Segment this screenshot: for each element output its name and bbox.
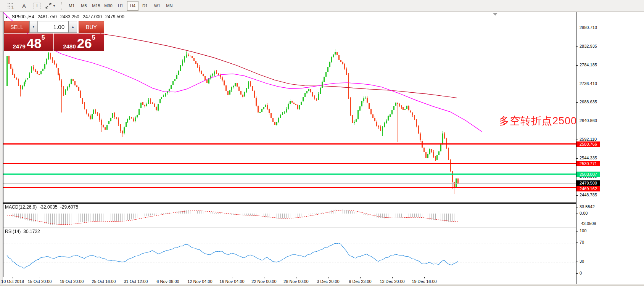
ohlc-close: 2479.500 [105, 14, 124, 19]
text-annotation-tool-button[interactable]: A [18, 1, 31, 11]
price-axis[interactable]: 2880.7102832.9352784.1852736.4102688.635… [576, 12, 644, 284]
ohlc-high: 2483.250 [60, 14, 79, 19]
rsi-axis-label: 30 [580, 259, 584, 264]
price-tick [576, 140, 578, 140]
pane-divider[interactable] [3, 228, 576, 228]
hline-2530.771[interactable] [3, 163, 576, 164]
toolbar-grip[interactable] [2, 2, 3, 10]
current-price-line [3, 183, 576, 184]
pane-divider[interactable] [3, 202, 576, 203]
time-tick [264, 277, 264, 278]
timeframe-button-m30[interactable]: M30 [103, 1, 114, 11]
buy-price-display[interactable]: 2480 26 5 [54, 34, 104, 51]
chart-header: ▲ SP500-,H4 2481.750 2483.250 2477.000 2… [5, 14, 124, 19]
price-tick-label: 2880.710 [580, 25, 597, 30]
timeframe-button-mn[interactable]: MN [164, 1, 175, 11]
price-badge-2503.007: 2503.007 [576, 172, 600, 177]
time-label: 15 Oct 20:00 [28, 279, 52, 284]
window-bottom-strip [0, 284, 644, 286]
macd-indicator-chart[interactable] [3, 204, 576, 227]
macd-axis-label: -43.0509 [580, 221, 596, 226]
arrow-objects-icon [45, 2, 52, 9]
one-click-trading-panel: SELL ▼ ▲ BUY 2479 48 5 2480 26 5 [4, 21, 104, 51]
time-label: 16 Nov 04:00 [219, 279, 244, 284]
pane-divider[interactable] [3, 227, 576, 227]
text-annotation-icon: A [22, 3, 26, 9]
price-tick [576, 84, 578, 84]
time-label: 28 Nov 00:00 [283, 279, 308, 284]
hline-2503.007[interactable] [3, 174, 576, 175]
timeframe-button-m15[interactable]: M15 [90, 1, 102, 11]
timeframe-button-d1[interactable]: D1 [139, 1, 151, 11]
hline-2469.162[interactable] [3, 187, 576, 188]
ohlc-open: 2481.750 [38, 14, 57, 19]
time-tick [328, 277, 328, 278]
macd-axis-tick [576, 214, 578, 214]
rsi-axis-label: 0 [580, 271, 582, 275]
sell-button[interactable]: SELL [4, 21, 29, 33]
timeframe-button-m1[interactable]: M1 [66, 1, 77, 11]
time-axis[interactable]: 10 Oct 201815 Oct 20:0019 Oct 20:0025 Oc… [3, 277, 576, 284]
macd-main-value: -32.0035 [39, 204, 57, 210]
toolbar-grip[interactable] [61, 2, 63, 10]
rsi-axis-label: 70 [580, 240, 584, 244]
macd-label-row: MACD(12,26,9) -32.0035 -29.6075 [5, 204, 78, 210]
time-tick [424, 277, 425, 278]
time-label: 13 Dec 20:00 [380, 279, 404, 284]
price-tick [576, 158, 578, 159]
price-badge-2469.162: 2469.162 [576, 186, 600, 191]
time-tick [360, 277, 361, 278]
macd-axis-tick [576, 207, 578, 207]
rsi-value: 30.1722 [23, 229, 40, 234]
chevron-down-icon: ▼ [53, 4, 56, 8]
timeframe-button-h4[interactable]: H4 [127, 1, 138, 11]
macd-signal-value: -29.6075 [60, 204, 78, 210]
price-tick [576, 28, 578, 28]
chart-text-annotation[interactable]: 多空转折点2500 [499, 114, 577, 128]
arrow-objects-tool-button[interactable]: ▼ [43, 1, 57, 11]
price-tick-label: 2592.110 [580, 137, 597, 141]
time-label: 22 Nov 00:00 [251, 279, 276, 284]
fibonacci-tool-button[interactable]: F [5, 1, 18, 11]
volume-input[interactable] [38, 21, 69, 33]
time-tick [72, 277, 72, 278]
svg-text:F: F [12, 6, 14, 9]
rsi-axis-tick [576, 231, 578, 231]
time-tick [168, 277, 168, 278]
volume-decrease-button[interactable]: ▼ [29, 21, 38, 33]
fibonacci-icon: F [7, 3, 15, 9]
rsi-name-label: RSI(14) [5, 229, 21, 234]
rsi-indicator-chart[interactable] [3, 228, 576, 277]
price-shift-marker-icon[interactable] [493, 13, 497, 16]
time-tick [136, 277, 136, 278]
price-tick-label: 2448.785 [580, 193, 597, 197]
time-label: 10 Oct 2018 [1, 279, 24, 284]
timeframe-button-h1[interactable]: H1 [115, 1, 126, 11]
time-label: 12 Nov 04:00 [187, 279, 212, 284]
macd-name-label: MACD(12,26,9) [5, 204, 37, 210]
rsi-axis-tick [576, 243, 578, 243]
timeframe-group: M1M5M15M30H1H4D1W1MN [66, 1, 175, 11]
time-tick [232, 277, 232, 278]
time-tick [296, 277, 296, 278]
time-tick [104, 277, 104, 278]
window-left-border [3, 12, 3, 284]
pane-divider[interactable] [3, 203, 576, 204]
current-price-badge: 2479.500 [576, 180, 600, 186]
timeframe-button-w1[interactable]: W1 [151, 1, 163, 11]
price-tick-label: 2832.935 [580, 44, 597, 48]
macd-axis-label: 33.5542 [580, 204, 595, 209]
time-tick [200, 277, 200, 278]
ohlc-low: 2477.000 [83, 14, 102, 19]
sell-price-display[interactable]: 2479 48 5 [4, 34, 53, 51]
timeframe-button-m5[interactable]: M5 [78, 1, 90, 11]
volume-increase-button[interactable]: ▲ [69, 21, 77, 33]
window-top-border [3, 12, 644, 12]
sell-price-pips: 48 [27, 38, 42, 49]
buy-button[interactable]: BUY [79, 21, 104, 33]
price-tick [576, 195, 578, 196]
sell-price-point: 5 [42, 34, 45, 41]
hline-2580.766[interactable] [3, 143, 576, 145]
text-label-tool-button[interactable]: T [31, 1, 43, 11]
price-tick [576, 47, 578, 47]
